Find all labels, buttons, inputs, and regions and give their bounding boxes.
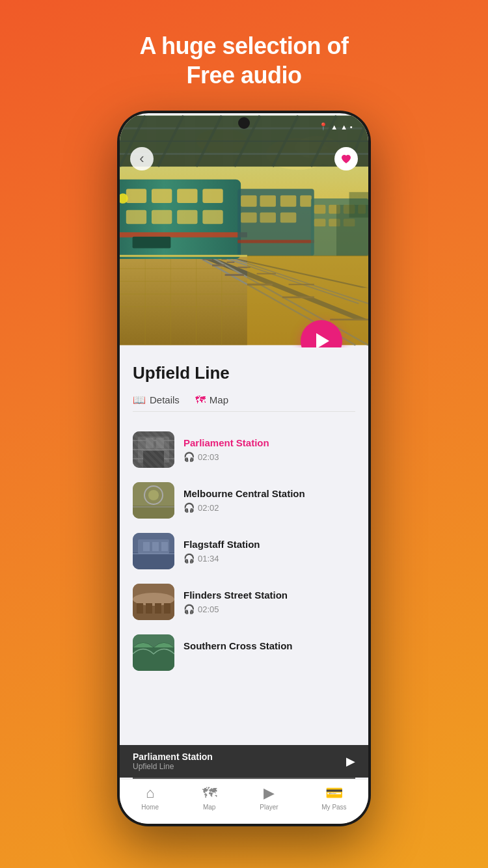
duration-flinders: 02:05 <box>198 604 219 614</box>
mypass-icon: 💳 <box>325 785 343 802</box>
svg-rect-56 <box>260 195 275 207</box>
svg-rect-89 <box>156 438 164 448</box>
duration-flagstaff: 01:34 <box>198 554 219 563</box>
svg-rect-50 <box>202 210 223 224</box>
svg-rect-101 <box>161 542 168 551</box>
tab-bar-player[interactable]: ▶ Player <box>260 785 278 811</box>
station-item-parliament[interactable]: Parliament Station 🎧 02:03 <box>133 425 355 474</box>
station-thumb-flagstaff <box>133 533 174 569</box>
svg-rect-49 <box>177 210 197 224</box>
mypass-label: My Pass <box>321 804 346 811</box>
home-icon: ⌂ <box>146 785 154 802</box>
svg-rect-68 <box>314 219 326 226</box>
svg-rect-48 <box>152 210 172 224</box>
mini-player-title: Parliament Station <box>133 752 346 762</box>
player-label: Player <box>260 804 278 811</box>
svg-rect-53 <box>133 237 171 249</box>
svg-rect-64 <box>314 205 326 214</box>
tab-bar-mypass[interactable]: 💳 My Pass <box>321 785 346 811</box>
svg-rect-55 <box>241 195 256 207</box>
svg-rect-82 <box>133 431 174 468</box>
tabs: 📖 Details 🗺 Map <box>133 394 355 412</box>
headphone-icon-melbourne: 🎧 <box>183 502 195 513</box>
tab-bar: ⌂ Home 🗺 Map ▶ Player 💳 My Pass <box>120 779 368 824</box>
station-info-flagstaff: Flagstaff Station 🎧 01:34 <box>183 539 355 563</box>
tab-map[interactable]: 🗺 Map <box>195 394 228 406</box>
headphone-icon-parliament: 🎧 <box>183 452 195 462</box>
svg-rect-44 <box>152 189 172 203</box>
svg-rect-83 <box>138 437 169 463</box>
station-duration-parliament: 🎧 02:03 <box>183 452 355 462</box>
station-list: Parliament Station 🎧 02:03 <box>133 425 355 677</box>
station-duration-melbourne: 🎧 02:02 <box>183 502 355 513</box>
svg-rect-46 <box>202 189 223 203</box>
details-label: Details <box>150 394 180 405</box>
svg-rect-62 <box>237 240 314 243</box>
mini-player-subtitle: Upfield Line <box>133 762 346 771</box>
headphone-icon-flinders: 🎧 <box>183 604 195 614</box>
station-item-southern[interactable]: Southern Cross Station 🎧 <box>133 628 355 677</box>
svg-rect-51 <box>120 232 247 237</box>
mini-player[interactable]: Parliament Station Upfield Line ▶ <box>120 745 368 778</box>
svg-rect-106 <box>146 603 152 614</box>
svg-rect-88 <box>146 438 154 448</box>
duration-melbourne: 02:02 <box>198 503 219 513</box>
svg-rect-47 <box>126 210 146 224</box>
battery-icon: ▪ <box>350 123 353 131</box>
station-thumb-melbourne <box>133 482 174 519</box>
station-info-parliament: Parliament Station 🎧 02:03 <box>183 437 355 462</box>
svg-rect-45 <box>177 189 197 203</box>
location-icon: 📍 <box>319 122 328 131</box>
svg-rect-57 <box>280 195 296 207</box>
back-button[interactable] <box>130 147 154 170</box>
hero-line1: A huge selection of <box>139 31 348 61</box>
station-item-flinders[interactable]: Flinders Street Station 🎧 02:05 <box>133 577 355 627</box>
station-name-flinders: Flinders Street Station <box>183 590 355 601</box>
station-info-flinders: Flinders Street Station 🎧 02:05 <box>183 590 355 614</box>
svg-point-92 <box>148 490 159 500</box>
mini-player-info: Parliament Station Upfield Line <box>133 752 346 771</box>
map-tab-label: Map <box>203 804 215 811</box>
svg-rect-105 <box>137 603 143 614</box>
tab-bar-home[interactable]: ⌂ Home <box>141 785 159 811</box>
map-tab-icon: 🗺 <box>202 785 217 802</box>
duration-parliament: 02:03 <box>198 452 219 462</box>
player-icon: ▶ <box>264 785 275 802</box>
station-thumb-parliament <box>133 431 174 468</box>
tab-details[interactable]: 📖 Details <box>133 394 180 406</box>
hero-text: A huge selection of Free audio <box>139 31 348 90</box>
favorite-button[interactable] <box>334 147 358 170</box>
station-item-flagstaff[interactable]: Flagstaff Station 🎧 01:34 <box>133 526 355 576</box>
svg-rect-108 <box>164 603 170 614</box>
signal-icon: ▲ <box>340 123 347 131</box>
station-item-melbourne[interactable]: Melbourne Central Station 🎧 02:02 <box>133 476 355 525</box>
mini-play-button[interactable]: ▶ <box>346 754 355 768</box>
tour-title: Upfield Line <box>133 363 355 383</box>
station-info-southern: Southern Cross Station 🎧 <box>183 640 355 665</box>
svg-rect-60 <box>260 213 275 223</box>
svg-rect-61 <box>280 213 296 223</box>
svg-rect-58 <box>300 195 312 207</box>
station-name-southern: Southern Cross Station <box>183 640 355 651</box>
svg-rect-16 <box>120 256 247 345</box>
svg-rect-96 <box>133 552 174 569</box>
home-label: Home <box>141 804 159 811</box>
svg-rect-107 <box>155 603 161 614</box>
tab-bar-map[interactable]: 🗺 Map <box>202 785 217 811</box>
station-info-melbourne: Melbourne Central Station 🎧 02:02 <box>183 488 355 513</box>
headphone-icon-flagstaff: 🎧 <box>183 553 195 563</box>
station-name-flagstaff: Flagstaff Station <box>183 539 355 550</box>
map-label: Map <box>210 394 228 405</box>
svg-rect-87 <box>143 451 164 468</box>
svg-rect-43 <box>126 189 146 203</box>
station-duration-flagstaff: 🎧 01:34 <box>183 553 355 563</box>
station-duration-southern: 🎧 <box>183 655 355 665</box>
details-icon: 📖 <box>133 394 146 406</box>
station-thumb-southern <box>133 634 174 671</box>
svg-rect-93 <box>133 506 174 519</box>
svg-rect-59 <box>241 213 256 223</box>
content-area: Upfield Line 📖 Details 🗺 Map <box>120 347 368 745</box>
phone-notch <box>238 117 250 129</box>
map-icon: 🗺 <box>195 394 206 406</box>
phone-frame: 📍 ▲ ▲ ▪ <box>117 111 371 826</box>
